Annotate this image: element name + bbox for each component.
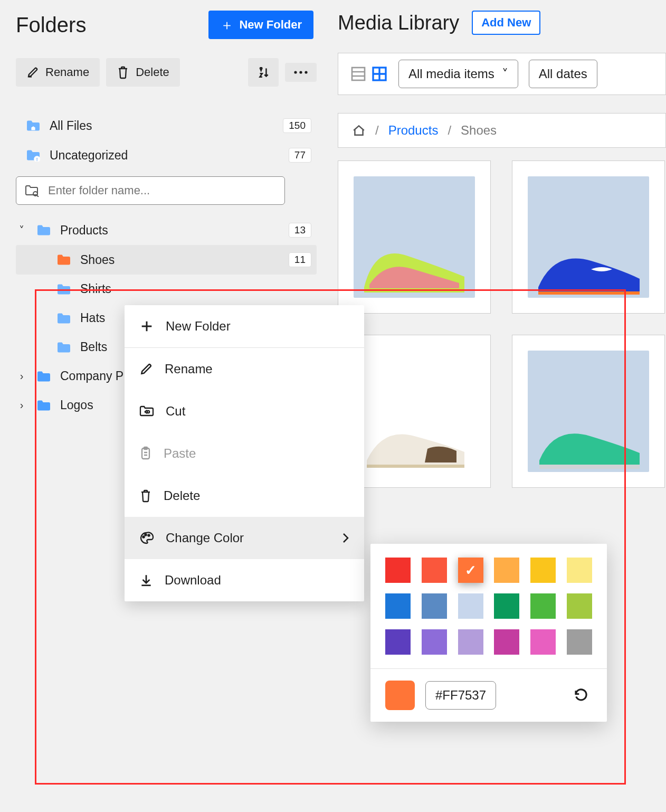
products-count: 13	[289, 223, 311, 238]
current-color-swatch[interactable]	[385, 681, 415, 710]
plus-icon: ＋	[220, 18, 234, 32]
color-swatch[interactable]	[385, 629, 411, 655]
breadcrumb-products[interactable]: Products	[388, 123, 439, 138]
folder-all-files[interactable]: All Files 150	[16, 111, 317, 140]
color-swatch[interactable]	[422, 593, 447, 619]
date-filter-label: All dates	[539, 67, 587, 81]
svg-point-13	[148, 534, 149, 536]
color-swatch[interactable]	[530, 629, 556, 655]
sort-az-icon	[256, 65, 270, 79]
trash-icon	[117, 65, 129, 79]
shoes-count: 11	[289, 252, 311, 267]
breadcrumb: / Products / Shoes	[338, 113, 666, 148]
media-item[interactable]	[512, 335, 665, 488]
company-label: Company P	[60, 369, 123, 383]
swatch-grid	[385, 558, 592, 655]
chevron-right-icon[interactable]: ›	[16, 370, 27, 382]
svg-point-8	[147, 411, 149, 413]
color-swatch[interactable]	[385, 593, 411, 619]
svg-text:!: !	[36, 156, 38, 162]
svg-point-0	[294, 71, 297, 73]
color-swatch[interactable]	[567, 629, 592, 655]
color-swatch[interactable]	[422, 629, 447, 655]
cm-delete[interactable]: Delete	[125, 475, 364, 517]
color-swatch[interactable]	[385, 558, 411, 583]
all-files-count: 150	[283, 118, 311, 133]
color-swatch[interactable]	[422, 558, 447, 583]
cm-new-folder-label: New Folder	[166, 319, 231, 334]
hex-input[interactable]: #FF7537	[425, 681, 496, 710]
cm-paste-label: Paste	[164, 446, 196, 461]
color-swatch[interactable]	[494, 558, 519, 583]
color-swatch[interactable]	[494, 629, 519, 655]
logos-label: Logos	[60, 398, 93, 412]
pencil-icon	[139, 362, 153, 376]
color-swatch[interactable]	[458, 593, 483, 619]
new-folder-button[interactable]: ＋ New Folder	[208, 11, 313, 39]
view-list-icon[interactable]	[350, 65, 367, 82]
pencil-icon	[26, 66, 39, 79]
media-item[interactable]	[338, 160, 491, 314]
cm-new-folder[interactable]: New Folder	[125, 305, 364, 347]
ellipsis-icon	[293, 70, 308, 74]
shoe-thumbnail-icon	[354, 224, 475, 298]
add-new-button[interactable]: Add New	[472, 11, 540, 35]
color-picker: #FF7537	[370, 544, 607, 722]
media-type-filter[interactable]: All media items ˅	[398, 60, 518, 88]
cm-download[interactable]: Download	[125, 559, 364, 601]
hats-label: Hats	[80, 311, 105, 325]
svg-rect-6	[352, 68, 365, 80]
filter-bar: All media items ˅ All dates	[338, 53, 666, 95]
uncategorized-count: 77	[289, 148, 311, 163]
color-swatch[interactable]	[567, 593, 592, 619]
folder-shirts[interactable]: Shirts	[16, 275, 317, 304]
belts-label: Belts	[80, 340, 107, 354]
color-swatch[interactable]	[530, 558, 556, 583]
chevron-right-icon[interactable]: ›	[16, 399, 27, 411]
color-swatch[interactable]	[494, 593, 519, 619]
page-title: Media Library	[338, 12, 459, 34]
cm-cut[interactable]: Cut	[125, 390, 364, 432]
folder-icon	[56, 312, 72, 325]
new-folder-label: New Folder	[239, 18, 302, 32]
svg-point-1	[299, 71, 302, 73]
trash-icon	[139, 488, 152, 503]
svg-point-2	[305, 71, 307, 73]
folder-shoes[interactable]: Shoes 11	[16, 245, 317, 275]
cm-rename[interactable]: Rename	[125, 348, 364, 390]
folder-icon	[56, 341, 72, 354]
home-icon[interactable]	[352, 124, 366, 137]
color-swatch[interactable]	[458, 629, 483, 655]
sidebar-title: Folders	[16, 13, 86, 37]
view-grid-icon[interactable]	[371, 65, 388, 82]
sort-button[interactable]	[248, 58, 279, 87]
media-item[interactable]	[512, 160, 665, 314]
cm-delete-label: Delete	[164, 488, 200, 503]
media-type-label: All media items	[408, 67, 494, 81]
rename-button[interactable]: Rename	[16, 58, 100, 87]
download-icon	[139, 573, 153, 587]
date-filter[interactable]: All dates	[529, 60, 597, 88]
cm-rename-label: Rename	[165, 362, 213, 376]
cm-change-color[interactable]: Change Color	[125, 517, 364, 559]
delete-label: Delete	[136, 65, 169, 79]
folder-search[interactable]	[16, 176, 285, 205]
color-swatch[interactable]	[567, 558, 592, 583]
folder-search-input[interactable]	[47, 183, 276, 198]
delete-button[interactable]: Delete	[106, 58, 180, 87]
more-button[interactable]	[285, 63, 317, 82]
reset-color-button[interactable]	[570, 687, 592, 704]
shoe-thumbnail-icon	[528, 398, 649, 472]
folder-products[interactable]: ˅ Products 13	[16, 215, 317, 245]
color-swatch[interactable]	[458, 558, 483, 583]
folder-uncategorized[interactable]: ! Uncategorized 77	[16, 140, 317, 170]
all-files-label: All Files	[50, 119, 92, 133]
cm-paste: Paste	[125, 432, 364, 475]
folder-icon	[36, 370, 52, 383]
chevron-down-icon[interactable]: ˅	[16, 224, 27, 237]
cm-cut-label: Cut	[166, 404, 185, 419]
color-swatch[interactable]	[530, 593, 556, 619]
folder-icon	[56, 283, 72, 296]
breadcrumb-separator: /	[448, 123, 451, 138]
cm-change-color-label: Change Color	[166, 531, 244, 545]
